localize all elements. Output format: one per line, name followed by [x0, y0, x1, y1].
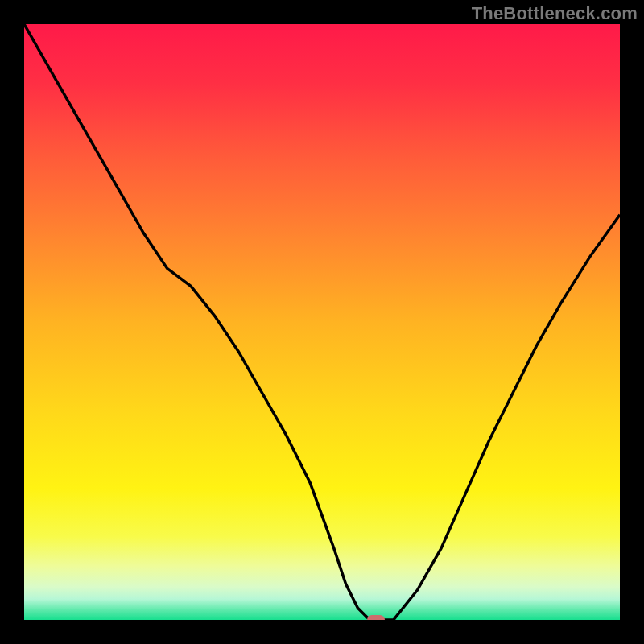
curve-path — [24, 24, 620, 620]
chart-frame: TheBottleneck.com — [0, 0, 644, 644]
plot-area — [24, 24, 620, 620]
bottleneck-curve — [24, 24, 620, 620]
watermark-label: TheBottleneck.com — [472, 3, 638, 24]
optimal-point-marker — [367, 615, 385, 620]
